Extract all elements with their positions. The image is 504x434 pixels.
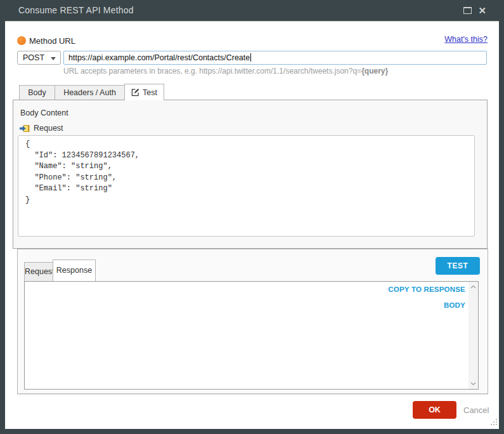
text-caret bbox=[250, 53, 251, 62]
url-input[interactable]: https://api.example.com/Portal/rest/Cont… bbox=[63, 51, 487, 65]
dialog-title: Consume REST API Method bbox=[18, 5, 134, 15]
test-button[interactable]: TEST bbox=[436, 257, 480, 275]
cancel-button[interactable]: Cancel bbox=[463, 405, 489, 415]
body-content-label: Body Content bbox=[20, 109, 68, 117]
tab-result-request[interactable]: Request bbox=[24, 262, 53, 281]
tab-test[interactable]: Test bbox=[124, 84, 164, 100]
chevron-down-icon bbox=[51, 57, 56, 60]
scroll-down-icon[interactable] bbox=[468, 379, 478, 389]
request-body-textarea[interactable]: { "Id": 1234567891234567, "Name": "strin… bbox=[18, 135, 475, 237]
consume-rest-api-dialog: Consume REST API Method ✕ What's this? M… bbox=[0, 0, 504, 434]
edit-icon bbox=[131, 88, 139, 96]
method-url-label: Method URL bbox=[29, 36, 75, 46]
titlebar[interactable]: Consume REST API Method ✕ bbox=[0, 0, 504, 21]
request-parameter-row: Request bbox=[20, 124, 63, 133]
maximize-icon[interactable] bbox=[463, 7, 472, 14]
close-icon[interactable]: ✕ bbox=[478, 4, 486, 17]
scroll-up-icon[interactable] bbox=[468, 282, 478, 292]
url-input-value: https://api.example.com/Portal/rest/Cont… bbox=[68, 53, 250, 62]
method-status-icon bbox=[17, 36, 26, 45]
tab-headers-auth[interactable]: Headers / Auth bbox=[55, 85, 125, 100]
tab-test-label: Test bbox=[143, 88, 157, 97]
whats-this-link[interactable]: What's this? bbox=[444, 35, 488, 44]
response-body bbox=[25, 282, 468, 388]
url-hint: URL accepts parameters in braces, e.g. h… bbox=[63, 67, 388, 76]
method-verb-value: POST bbox=[23, 53, 44, 62]
response-scrollbar[interactable] bbox=[468, 282, 478, 389]
method-verb-select[interactable]: POST bbox=[17, 51, 61, 65]
input-parameter-icon bbox=[20, 124, 30, 133]
ok-button[interactable]: OK bbox=[413, 401, 456, 419]
request-label: Request bbox=[34, 124, 63, 133]
tab-body[interactable]: Body bbox=[19, 85, 55, 100]
resize-grip[interactable] bbox=[490, 416, 497, 428]
copy-to-response-body-button[interactable]: COPY TO RESPONSE BODY bbox=[366, 282, 468, 298]
tab-result-response[interactable]: Response bbox=[53, 260, 96, 281]
